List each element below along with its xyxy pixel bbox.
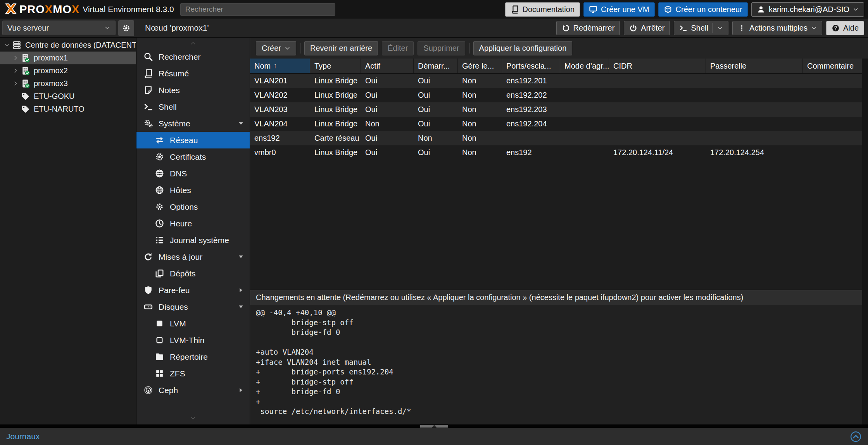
- power-icon: [629, 24, 637, 32]
- shell-button[interactable]: Shell: [674, 21, 728, 35]
- menu-item-reseau[interactable]: Réseau: [136, 132, 250, 148]
- menu-item-depots[interactable]: Dépôts: [136, 265, 250, 282]
- menu-item-disques-label: Disques: [159, 302, 188, 312]
- splitter-handle[interactable]: [420, 425, 448, 428]
- tree-expander-right-icon[interactable]: [12, 81, 20, 86]
- tree-expander-down-icon[interactable]: [3, 42, 11, 48]
- globe-icon-slot: [154, 169, 165, 178]
- tree-item-datacenter[interactable]: Centre de données (DATACENT: [0, 39, 136, 52]
- note-icon: [143, 85, 153, 95]
- menu-item-certificats[interactable]: Certificats: [136, 148, 250, 165]
- create-vm-button[interactable]: Créer une VM: [583, 2, 655, 17]
- cell-vlan202-4: Non: [458, 91, 502, 100]
- cell-ens192-4: Non: [458, 134, 502, 143]
- cell-vmbr0-1: Linux Bridge: [310, 148, 361, 157]
- menu-item-shell[interactable]: Shell: [136, 98, 250, 115]
- column-label: Actif: [365, 62, 380, 71]
- documentation-button[interactable]: Documentation: [505, 2, 580, 17]
- restart-icon: [562, 24, 570, 32]
- table-row-vlan201[interactable]: VLAN201Linux BridgeOuiOuiNonens192.201: [250, 74, 862, 88]
- column-label: Ports/escla...: [506, 62, 551, 71]
- menu-item-systeme[interactable]: Système: [136, 115, 250, 132]
- menu-item-heure[interactable]: Heure: [136, 215, 250, 232]
- create-container-button[interactable]: Créer un conteneur: [658, 2, 748, 17]
- menu-item-lvm-thin[interactable]: LVM-Thin: [136, 332, 250, 348]
- help-button[interactable]: Aide: [826, 21, 864, 35]
- menu-item-pare-feu[interactable]: Pare-feu: [136, 282, 250, 298]
- tree-expander-right-icon[interactable]: [12, 55, 20, 61]
- tree-item-etu-goku[interactable]: ETU-GOKU: [0, 90, 136, 103]
- create-container-button-label: Créer un conteneur: [676, 5, 742, 14]
- log-panel-header[interactable]: Journaux: [0, 428, 868, 445]
- column-header-passerelle[interactable]: Passerelle: [706, 59, 803, 73]
- menu-item-options[interactable]: Options: [136, 198, 250, 215]
- create-button[interactable]: Créer: [256, 41, 296, 55]
- table-row-vmbr0[interactable]: vmbr0Linux BridgeOuiOuiNonens192172.20.1…: [250, 145, 862, 160]
- remove-button[interactable]: Supprimer: [418, 41, 465, 55]
- cell-vlan202-5: ens192.202: [502, 91, 560, 100]
- column-label: Nom: [254, 62, 271, 71]
- column-label: Mode d’agr...: [564, 62, 609, 71]
- menu-item-dns[interactable]: DNS: [136, 165, 250, 182]
- table-row-ens192[interactable]: ens192Carte réseauOuiNonNon: [250, 131, 862, 145]
- menu-item-mises-a-jour[interactable]: Mises à jour: [136, 248, 250, 265]
- column-header-g-re-le-[interactable]: Gère le...: [458, 59, 502, 73]
- column-header-mode-d-agr-[interactable]: Mode d’agr...: [560, 59, 609, 73]
- edit-button[interactable]: Éditer: [382, 41, 414, 55]
- tree-item-datacenter-label: Centre de données (DATACENT: [25, 41, 136, 50]
- restart-button[interactable]: Redémarrer: [556, 21, 620, 35]
- menu-item-ceph[interactable]: Ceph: [136, 382, 250, 398]
- user-menu-button[interactable]: karim.chekari@AD-SIO: [751, 2, 864, 17]
- tree-item-etu-naruto[interactable]: ETU-NARUTO: [0, 103, 136, 116]
- view-mode-select[interactable]: Vue serveur: [2, 21, 116, 35]
- menu-item-repertoire[interactable]: Répertoire: [136, 348, 250, 365]
- chevron-down-icon: [853, 7, 859, 12]
- note-icon-slot: [143, 85, 154, 95]
- tree-item-proxmox3[interactable]: proxmox3: [0, 77, 136, 90]
- tree-item-proxmox1[interactable]: proxmox1: [0, 52, 136, 64]
- table-row-vlan204[interactable]: VLAN204Linux BridgeNonOuiNonens192.204: [250, 117, 862, 131]
- shutdown-button[interactable]: Arrêter: [624, 21, 670, 35]
- shell-button-label: Shell: [691, 24, 708, 33]
- apply-config-button[interactable]: Appliquer la configuration: [473, 41, 573, 55]
- menu-item-zfs[interactable]: ZFS: [136, 365, 250, 382]
- tree-item-proxmox2[interactable]: proxmox2: [0, 64, 136, 77]
- tree-settings-button[interactable]: [118, 20, 134, 36]
- revert-button[interactable]: Revenir en arrière: [304, 41, 378, 55]
- bulk-actions-button[interactable]: Actions multiples: [732, 21, 822, 35]
- scroll-down-icon[interactable]: [188, 415, 198, 421]
- menu-item-notes[interactable]: Notes: [136, 82, 250, 98]
- scroll-up-icon[interactable]: [188, 40, 198, 46]
- column-header-actif[interactable]: Actif: [361, 59, 414, 73]
- revert-button-label: Revenir en arrière: [310, 44, 372, 53]
- column-header-cidr[interactable]: CIDR: [609, 59, 706, 73]
- menu-item-dns-label: DNS: [170, 169, 187, 178]
- menu-item-journal-systeme[interactable]: Journal système: [136, 232, 250, 248]
- column-header-d-marr-[interactable]: Démarr...: [414, 59, 458, 73]
- column-header-nom[interactable]: Nom↑: [250, 59, 310, 73]
- column-header-commentaire[interactable]: Commentaire: [803, 59, 862, 73]
- column-header-type[interactable]: Type: [310, 59, 361, 73]
- copy-icon-slot: [154, 269, 165, 278]
- menu-item-lvm[interactable]: LVM: [136, 315, 250, 332]
- list-icon-slot: [154, 235, 165, 245]
- menu-item-hotes[interactable]: Hôtes: [136, 182, 250, 198]
- menu-item-rechercher[interactable]: Rechercher: [136, 48, 250, 65]
- column-label: Passerelle: [710, 62, 746, 71]
- log-panel-splitter[interactable]: [0, 424, 868, 428]
- table-row-vlan203[interactable]: VLAN203Linux BridgeOuiOuiNonens192.203: [250, 102, 862, 117]
- column-header-ports-escla-[interactable]: Ports/escla...: [502, 59, 560, 73]
- menu-item-disques[interactable]: Disques: [136, 298, 250, 315]
- cell-vlan203-1: Linux Bridge: [310, 105, 361, 114]
- table-row-vlan202[interactable]: VLAN202Linux BridgeOuiOuiNonens192.202: [250, 88, 862, 102]
- menu-item-resume[interactable]: Résumé: [136, 65, 250, 82]
- logs-label: Journaux: [6, 432, 40, 441]
- cube-icon: [664, 5, 672, 14]
- cell-vlan203-0: VLAN203: [250, 105, 310, 114]
- shield-icon-slot: [143, 285, 154, 295]
- global-search-input[interactable]: [180, 3, 335, 16]
- node-menu-items: RechercherRésuméNotesShellSystèmeRéseauC…: [136, 48, 250, 398]
- square-filled-icon-slot: [154, 319, 165, 328]
- tree-expander-right-icon[interactable]: [12, 68, 20, 74]
- collapse-up-icon[interactable]: [850, 431, 862, 443]
